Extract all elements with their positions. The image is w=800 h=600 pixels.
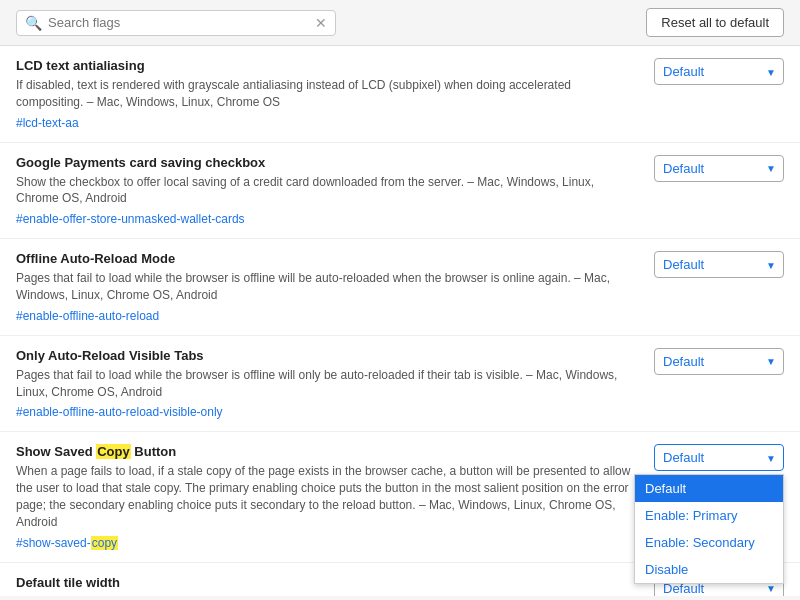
flag-control: Default Enabled Disabled ▼ [654, 251, 784, 278]
reset-all-button[interactable]: Reset all to default [646, 8, 784, 37]
flag-link[interactable]: #lcd-text-aa [16, 116, 79, 130]
flag-title: LCD text antialiasing [16, 58, 634, 73]
top-bar: 🔍 ✕ Reset all to default [0, 0, 800, 46]
select-wrapper: Default Enabled Disabled ▼ [654, 251, 784, 278]
flag-item-lcd-text-aa: LCD text antialiasing If disabled, text … [0, 46, 800, 143]
flag-content: Show Saved Copy Button When a page fails… [16, 444, 654, 549]
search-box: 🔍 ✕ [16, 10, 336, 36]
dropdown-item-enable-primary[interactable]: Enable: Primary [635, 502, 783, 529]
flag-content: Google Payments card saving checkbox Sho… [16, 155, 654, 227]
flag-control: Default Enabled Disabled ▼ [654, 58, 784, 85]
flag-link-text: #enable-offline-auto-reload-visible-only [16, 405, 223, 419]
dropdown-menu: Default Enable: Primary Enable: Secondar… [634, 474, 784, 584]
flag-content: Default tile width Specify the default t… [16, 575, 654, 596]
select-wrapper: Default Enabled Disabled ▼ [654, 348, 784, 375]
flag-item-show-saved-copy: Show Saved Copy Button When a page fails… [0, 432, 800, 562]
flag-content: Offline Auto-Reload Mode Pages that fail… [16, 251, 654, 323]
flag-select-lcd[interactable]: Default Enabled Disabled [654, 58, 784, 85]
flag-description: If disabled, text is rendered with grays… [16, 77, 634, 111]
flag-description: When a page fails to load, if a stale co… [16, 463, 634, 530]
flag-description: Pages that fail to load while the browse… [16, 367, 634, 401]
flag-select-show-saved-copy[interactable]: Default Enable: Primary Enable: Secondar… [654, 444, 784, 471]
flag-link[interactable]: #enable-offline-auto-reload-visible-only [16, 405, 223, 419]
flag-description: Specify the default tile width. – Mac, W… [16, 594, 634, 596]
flag-link-before: #show-saved- [16, 536, 91, 550]
flag-title: Show Saved Copy Button [16, 444, 634, 459]
select-wrapper: Default Enabled Disabled ▼ [654, 58, 784, 85]
copy-highlight-2: copy [154, 481, 178, 495]
select-wrapper: Default Enable: Primary Enable: Secondar… [654, 444, 784, 471]
dropdown-item-default[interactable]: Default [635, 475, 783, 502]
search-input[interactable] [48, 15, 315, 30]
flag-item-payments: Google Payments card saving checkbox Sho… [0, 143, 800, 240]
flag-link[interactable]: #show-saved-copy [16, 536, 118, 550]
flag-title: Only Auto-Reload Visible Tabs [16, 348, 634, 363]
dropdown-item-enable-secondary[interactable]: Enable: Secondary [635, 529, 783, 556]
flag-select-visible-tabs[interactable]: Default Enabled Disabled [654, 348, 784, 375]
clear-icon[interactable]: ✕ [315, 15, 327, 31]
flag-link-highlight: copy [91, 536, 118, 550]
flag-content: Only Auto-Reload Visible Tabs Pages that… [16, 348, 654, 420]
flag-title-after: Button [131, 444, 176, 459]
flag-title-before: Show Saved [16, 444, 96, 459]
flag-item-offline-reload: Offline Auto-Reload Mode Pages that fail… [0, 239, 800, 336]
flag-content: LCD text antialiasing If disabled, text … [16, 58, 654, 130]
flag-link[interactable]: #enable-offer-store-unmasked-wallet-card… [16, 212, 245, 226]
flag-title: Offline Auto-Reload Mode [16, 251, 634, 266]
flag-description: Show the checkbox to offer local saving … [16, 174, 634, 208]
select-wrapper: Default Enabled Disabled ▼ [654, 155, 784, 182]
flag-link[interactable]: #enable-offline-auto-reload [16, 309, 159, 323]
flag-select-payments[interactable]: Default Enabled Disabled [654, 155, 784, 182]
flag-title: Google Payments card saving checkbox [16, 155, 634, 170]
search-icon: 🔍 [25, 15, 42, 31]
flag-description: Pages that fail to load while the browse… [16, 270, 634, 304]
flag-title-highlight: Copy [96, 444, 131, 459]
flag-control: Default Enabled Disabled ▼ [654, 155, 784, 182]
copy-highlight-1: copy [206, 464, 231, 478]
flag-control: Default Enabled Disabled ▼ [654, 348, 784, 375]
flags-container: LCD text antialiasing If disabled, text … [0, 46, 800, 596]
flag-item-visible-tabs: Only Auto-Reload Visible Tabs Pages that… [0, 336, 800, 433]
flag-control-copy: Default Enable: Primary Enable: Secondar… [654, 444, 784, 471]
flag-title: Default tile width [16, 575, 634, 590]
flag-select-offline-reload[interactable]: Default Enabled Disabled [654, 251, 784, 278]
dropdown-item-disable[interactable]: Disable [635, 556, 783, 583]
